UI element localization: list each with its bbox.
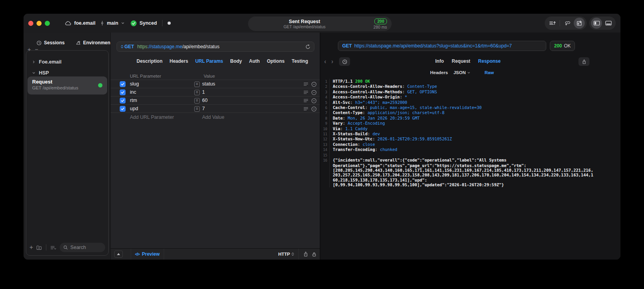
tree-item-hsp[interactable]: HSP <box>32 69 104 76</box>
hamburger-icon[interactable] <box>303 90 308 95</box>
new-folder-icon[interactable] <box>36 245 42 250</box>
param-row-slug[interactable]: slug=status <box>111 80 320 88</box>
minus-circle-icon[interactable] <box>311 82 317 87</box>
response-request-line[interactable]: GET https://statuspage.me/api/embed/stat… <box>338 41 546 51</box>
param-checkbox[interactable] <box>120 98 126 104</box>
minus-circle-icon[interactable] <box>311 106 317 112</box>
param-checkbox[interactable] <box>120 106 126 112</box>
param-row-upd[interactable]: upd=7 <box>111 105 320 113</box>
view-tab-raw[interactable]: Raw <box>485 70 494 75</box>
protocol-selector[interactable]: HTTP <box>278 252 294 256</box>
param-value[interactable]: 1 <box>202 89 205 95</box>
chevron-down-icon[interactable] <box>121 21 125 25</box>
close-window-button[interactable] <box>28 21 33 26</box>
response-body[interactable]: 1HTTP/1.1 200 OK2Access-Control-Allow-He… <box>323 79 619 258</box>
preview-button[interactable]: </> Preview <box>135 251 160 257</box>
response-status-badge: 200 OK <box>550 41 575 51</box>
param-value[interactable]: 7 <box>202 106 205 111</box>
editor-footer: </> Preview HTTP <box>111 248 320 260</box>
history-clock-icon[interactable] <box>339 57 350 66</box>
collapse-panel-button[interactable] <box>114 251 123 258</box>
column-value: Value <box>204 74 215 78</box>
param-name[interactable]: slug <box>130 81 139 87</box>
param-value[interactable]: status <box>202 81 215 87</box>
tab-auth[interactable]: Auth <box>249 58 260 64</box>
method-selector[interactable]: GET <box>120 44 134 49</box>
code-line: 7Content-Type: application/json; charset… <box>323 110 619 115</box>
chevron-down-icon[interactable] <box>32 71 36 75</box>
sync-status[interactable]: Synced <box>139 20 157 26</box>
param-name[interactable]: rtm <box>130 98 137 103</box>
code-line: 1HTTP/1.1 200 OK <box>323 79 619 84</box>
tab-info[interactable]: Info <box>435 58 444 64</box>
request-list-item-selected[interactable]: Request GET /api/embed/status <box>27 76 107 95</box>
param-checkbox[interactable] <box>120 81 126 87</box>
response-tabs: Info Request Response <box>435 58 501 64</box>
view-tab-json[interactable]: JSON <box>453 70 470 75</box>
param-value[interactable]: 60 <box>202 98 208 103</box>
request-duration: 280 ms <box>374 25 387 29</box>
project-name[interactable]: foe.email <box>74 20 95 26</box>
tree-item-label: HSP <box>39 70 49 76</box>
forward-button[interactable]: › <box>331 58 333 65</box>
tab-sessions[interactable]: Sessions <box>36 40 65 45</box>
minimize-window-button[interactable] <box>36 21 42 26</box>
refresh-icon[interactable] <box>305 44 310 49</box>
hamburger-icon[interactable] <box>303 107 308 111</box>
sort-lines-icon[interactable] <box>547 18 558 29</box>
app-window: foe.email main Synced Sent Request GET /… <box>24 14 620 260</box>
add-param-value-placeholder[interactable]: Add Value <box>202 115 224 120</box>
sent-request-pill[interactable]: Sent Request GET /api/embed/status 200 2… <box>248 16 392 31</box>
remove-session-button[interactable]: − <box>35 46 38 53</box>
tab-url-params[interactable]: URL Params <box>195 58 223 64</box>
code-line: 11X-Status-Build: dev <box>323 131 619 136</box>
tab-response[interactable]: Response <box>478 58 500 64</box>
param-row-inc[interactable]: inc=1 <box>111 88 320 96</box>
tree-item-foe-email[interactable]: Foe.email <box>32 58 104 65</box>
view-tab-headers[interactable]: Headers <box>430 70 448 75</box>
back-button[interactable]: ‹ <box>324 58 326 65</box>
hamburger-icon[interactable] <box>303 82 308 86</box>
code-line: 10Via: 1.1 Caddy <box>323 126 619 131</box>
url-bar[interactable]: GET https://statuspage.me/api/embed/stat… <box>117 42 314 52</box>
protocol-label: HTTP <box>278 252 290 256</box>
param-name[interactable]: inc <box>130 89 136 95</box>
param-checkbox[interactable] <box>120 89 126 95</box>
zoom-window-button[interactable] <box>45 21 50 26</box>
tab-body[interactable]: Body <box>230 58 242 64</box>
status-code-badge: 200 <box>374 18 387 24</box>
branch-name[interactable]: main <box>107 20 118 26</box>
add-param-row[interactable]: Add URL Parameter Add Value <box>111 113 320 121</box>
new-request-button[interactable]: + <box>29 244 33 251</box>
tab-environments[interactable]: Environments <box>76 40 115 45</box>
param-name[interactable]: upd <box>130 106 138 111</box>
code-line: 4Access-Control-Allow-Origin: * <box>323 95 619 100</box>
chevron-right-icon[interactable] <box>32 60 36 64</box>
tab-options[interactable]: Options <box>267 58 285 64</box>
add-session-button[interactable]: + <box>27 46 31 53</box>
cycle-icon[interactable] <box>562 18 573 29</box>
code-line: 14Transfer-Encoding: chunked <box>323 147 619 152</box>
export-share-icon[interactable] <box>578 57 589 66</box>
equals-icon: = <box>194 106 200 112</box>
tab-request[interactable]: Request <box>452 58 470 64</box>
search-field[interactable] <box>60 243 105 252</box>
hamburger-icon[interactable] <box>303 98 308 103</box>
tab-testing[interactable]: Testing <box>292 58 308 64</box>
list-style-icon[interactable] <box>50 245 57 250</box>
param-row-rtm[interactable]: rtm=60 <box>111 96 320 105</box>
code-line: 5Alt-Svc: h3=":443"; ma=2592000 <box>323 100 619 105</box>
share-icon[interactable] <box>303 251 308 257</box>
minus-circle-icon[interactable] <box>311 90 317 95</box>
lock-icon[interactable] <box>312 252 316 257</box>
panel-bottom-icon[interactable] <box>603 18 614 29</box>
tab-description[interactable]: Description <box>137 58 162 64</box>
add-param-name-placeholder[interactable]: Add URL Parameter <box>130 115 174 120</box>
search-input[interactable] <box>70 245 102 250</box>
panel-left-icon[interactable] <box>591 18 602 29</box>
tab-headers[interactable]: Headers <box>170 58 188 64</box>
updown-chevrons-icon <box>291 252 294 256</box>
url-path: /api/embed/status <box>182 44 219 49</box>
transfer-box-icon[interactable] <box>574 18 585 29</box>
minus-circle-icon[interactable] <box>311 98 317 104</box>
